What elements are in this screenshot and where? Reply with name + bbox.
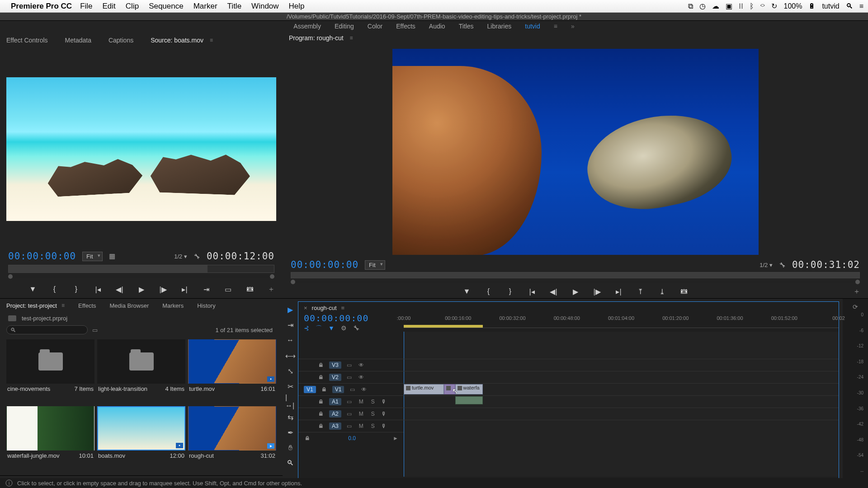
project-filter-icon[interactable]: ▭ bbox=[92, 327, 98, 333]
menu-clip[interactable]: Clip bbox=[126, 2, 139, 11]
mark-out-icon[interactable]: } bbox=[505, 287, 515, 296]
timeline-tc[interactable]: 00:00:00:00 bbox=[304, 313, 398, 324]
tab-markers[interactable]: Markers bbox=[162, 302, 184, 309]
bin-item[interactable]: ▪boats.mov12:00 bbox=[97, 406, 185, 470]
track-select-tool-icon[interactable]: ⇥ bbox=[285, 320, 295, 329]
step-back-icon[interactable]: ◀| bbox=[549, 287, 559, 296]
menu-title[interactable]: Title bbox=[227, 2, 242, 11]
add-marker-icon[interactable]: ▼ bbox=[28, 285, 38, 293]
export-frame-icon[interactable]: 📷︎ bbox=[679, 287, 689, 296]
tab-source[interactable]: Source: boats.mov bbox=[151, 37, 203, 44]
user-label[interactable]: tutvid bbox=[822, 2, 839, 10]
tab-program[interactable]: Program: rough-cut bbox=[289, 34, 344, 42]
insert-icon[interactable]: ⇥ bbox=[202, 285, 212, 294]
track-master[interactable]: 🔒︎0.0► bbox=[298, 432, 404, 444]
program-time-ruler[interactable] bbox=[291, 272, 860, 278]
ripple-tool-icon[interactable]: ↔ bbox=[285, 336, 295, 345]
mark-in-icon[interactable]: { bbox=[484, 287, 494, 296]
wifi-icon[interactable]: ⌔ bbox=[760, 2, 765, 10]
source-zoom-scroll[interactable] bbox=[8, 275, 274, 278]
program-zoom-scroll[interactable] bbox=[291, 280, 860, 283]
program-res-select[interactable]: 1/2 ▾ bbox=[760, 262, 773, 268]
timeline-close-icon[interactable]: × bbox=[304, 305, 307, 311]
screencast-icon[interactable]: ⧉ bbox=[688, 2, 693, 10]
extract-icon[interactable]: ⤓ bbox=[657, 287, 667, 296]
tab-history[interactable]: History bbox=[197, 302, 215, 309]
timeline-clip[interactable]: waterfa bbox=[455, 384, 483, 394]
timeline-panel-menu-icon[interactable]: ≡ bbox=[341, 305, 345, 311]
sequence-name[interactable]: rough-cut bbox=[312, 305, 337, 311]
overwrite-icon[interactable]: ▭ bbox=[223, 285, 233, 294]
step-fwd-icon[interactable]: |▶ bbox=[592, 287, 602, 296]
tab-captions[interactable]: Captions bbox=[108, 37, 133, 44]
selection-tool-icon[interactable]: ▶ bbox=[285, 305, 295, 314]
workspace-effects[interactable]: Effects bbox=[396, 23, 415, 30]
battery-icon[interactable]: 🔋︎ bbox=[808, 2, 816, 10]
rolling-tool-icon[interactable]: ⟷ bbox=[285, 351, 295, 360]
step-fwd-icon[interactable]: |▶ bbox=[158, 285, 168, 294]
source-res-select[interactable]: 1/2 ▾ bbox=[174, 253, 187, 260]
button-editor-icon[interactable]: ＋ bbox=[852, 287, 862, 296]
workspace-editing[interactable]: Editing bbox=[335, 23, 354, 30]
track-a3[interactable]: 🔒︎A3▭MS🎙︎ bbox=[298, 420, 404, 432]
tab-metadata[interactable]: Metadata bbox=[65, 37, 91, 44]
workspace-assembly[interactable]: Assembly bbox=[293, 23, 321, 30]
workspace-tutvid[interactable]: tutvid bbox=[525, 23, 540, 30]
step-back-icon[interactable]: ◀| bbox=[115, 285, 125, 294]
goto-out-icon[interactable]: ▸| bbox=[614, 287, 624, 296]
source-wrench-icon[interactable]: 🔧︎ bbox=[193, 253, 200, 260]
menu-help[interactable]: Help bbox=[289, 2, 305, 11]
track-a1[interactable]: 🔒︎A1▭MS🎙︎ bbox=[298, 395, 404, 408]
bin-item[interactable]: ▸rough-cut31:02 bbox=[188, 406, 276, 470]
play-icon[interactable]: ▶ bbox=[137, 285, 146, 294]
cc-icon[interactable]: ▣ bbox=[726, 2, 732, 10]
mark-in-icon[interactable]: { bbox=[50, 285, 60, 293]
track-v1[interactable]: V1🔒︎V1▭👁︎ bbox=[298, 383, 404, 395]
menu-edit[interactable]: Edit bbox=[103, 2, 116, 11]
goto-in-icon[interactable]: |◂ bbox=[527, 287, 537, 296]
source-preview[interactable] bbox=[6, 77, 276, 221]
tab-project[interactable]: Project: test-project bbox=[6, 302, 57, 309]
timeline-audio-clip[interactable] bbox=[455, 396, 483, 404]
clock-icon[interactable]: ◷ bbox=[699, 2, 706, 10]
razor-tool-icon[interactable]: ✂︎ bbox=[285, 382, 295, 391]
timeline-clip[interactable] bbox=[444, 384, 455, 394]
rate-stretch-tool-icon[interactable]: ⤡ bbox=[285, 366, 295, 375]
goto-out-icon[interactable]: ▸| bbox=[180, 285, 190, 294]
apps-icon[interactable]: ⁞⁞ bbox=[739, 2, 743, 10]
bluetooth-icon[interactable]: ᛒ bbox=[750, 2, 754, 10]
slip-tool-icon[interactable]: |↔| bbox=[285, 397, 295, 406]
program-wrench-icon[interactable]: 🔧︎ bbox=[779, 261, 786, 269]
zoom-tool-icon[interactable]: 🔍︎ bbox=[285, 459, 295, 468]
button-editor-icon[interactable]: ＋ bbox=[266, 285, 276, 294]
slide-tool-icon[interactable]: ⇆ bbox=[285, 413, 295, 422]
spotlight-icon[interactable]: 🔍︎ bbox=[846, 2, 853, 10]
timeline-clip[interactable]: turtle.mov bbox=[404, 384, 444, 394]
source-time-ruler[interactable] bbox=[8, 265, 274, 273]
workspace-libraries[interactable]: Libraries bbox=[487, 23, 512, 30]
source-panel-menu-icon[interactable]: ≡ bbox=[210, 37, 213, 43]
program-panel-menu-icon[interactable]: ≡ bbox=[350, 35, 353, 41]
export-frame-icon[interactable]: 📷︎ bbox=[245, 285, 255, 293]
cloud-icon[interactable]: ☁︎ bbox=[712, 2, 719, 10]
add-marker-icon[interactable]: ▼ bbox=[462, 287, 472, 296]
mark-out-icon[interactable]: } bbox=[71, 285, 81, 293]
menu-sequence[interactable]: Sequence bbox=[149, 2, 184, 11]
track-a2[interactable]: 🔒︎A2▭MS🎙︎ bbox=[298, 408, 404, 420]
sync-icon[interactable]: ↻ bbox=[771, 2, 777, 10]
bin-item[interactable]: waterfall-jungle.mov10:01 bbox=[6, 406, 94, 470]
tab-effects[interactable]: Effects bbox=[78, 302, 96, 309]
lift-icon[interactable]: ⤒ bbox=[636, 287, 646, 296]
bin-item[interactable]: light-leak-transition4 Items bbox=[97, 339, 185, 404]
program-tc-current[interactable]: 00:00:00:00 bbox=[291, 259, 359, 270]
source-settings-icon[interactable]: ▦ bbox=[109, 252, 115, 260]
workspace-titles[interactable]: Titles bbox=[459, 23, 474, 30]
play-icon[interactable]: ▶ bbox=[571, 287, 580, 296]
source-fit-select[interactable]: Fit bbox=[82, 252, 102, 261]
bin-item[interactable]: ▪turtle.mov16:01 bbox=[188, 339, 276, 404]
goto-in-icon[interactable]: |◂ bbox=[93, 285, 103, 294]
workspace-color[interactable]: Color bbox=[368, 23, 382, 30]
pen-tool-icon[interactable]: ✒︎ bbox=[285, 428, 295, 437]
hamburger-icon[interactable]: ≡ bbox=[859, 2, 863, 10]
timeline-ruler[interactable]: :00:0000:00:16:0000:00:32:0000:00:48:000… bbox=[404, 314, 839, 328]
